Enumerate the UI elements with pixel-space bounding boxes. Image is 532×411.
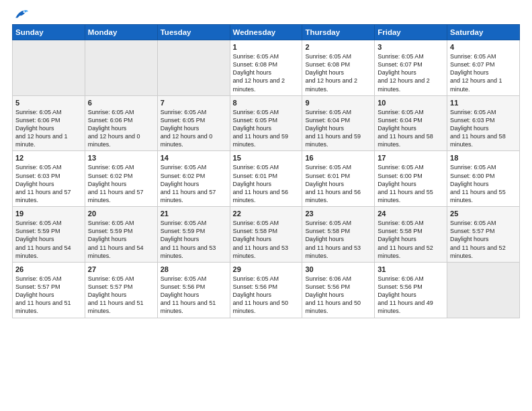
calendar-cell: 27Sunrise: 6:05 AMSunset: 5:57 PMDayligh… [85,262,157,318]
day-info: Sunrise: 6:06 AMSunset: 5:56 PMDaylight … [305,275,371,316]
day-info: Sunrise: 6:05 AMSunset: 5:58 PMDaylight … [233,219,300,260]
weekday-header-friday: Friday [375,25,447,40]
day-info: Sunrise: 6:05 AMSunset: 6:07 PMDaylight … [450,52,517,93]
day-number: 12 [15,154,82,162]
day-number: 18 [450,154,517,162]
day-number: 8 [233,99,300,107]
day-info: Sunrise: 6:05 AMSunset: 5:57 PMDaylight … [450,219,517,260]
day-info: Sunrise: 6:05 AMSunset: 6:07 PMDaylight … [378,52,444,93]
calendar-cell: 10Sunrise: 6:05 AMSunset: 6:04 PMDayligh… [375,95,447,151]
calendar-cell: 1Sunrise: 6:05 AMSunset: 6:08 PMDaylight… [230,40,302,96]
day-info: Sunrise: 6:05 AMSunset: 6:05 PMDaylight … [161,108,227,149]
day-number: 5 [15,99,82,107]
calendar-week-row: 12Sunrise: 6:05 AMSunset: 6:03 PMDayligh… [13,151,520,207]
calendar-cell: 26Sunrise: 6:05 AMSunset: 5:57 PMDayligh… [13,262,85,318]
day-number: 24 [378,210,444,218]
day-info: Sunrise: 6:05 AMSunset: 5:59 PMDaylight … [161,219,227,260]
day-info: Sunrise: 6:05 AMSunset: 6:01 PMDaylight … [233,163,300,204]
header [12,7,520,20]
day-info: Sunrise: 6:05 AMSunset: 6:00 PMDaylight … [378,163,444,204]
calendar-cell: 11Sunrise: 6:05 AMSunset: 6:03 PMDayligh… [447,95,520,151]
day-number: 26 [15,265,82,273]
day-info: Sunrise: 6:05 AMSunset: 6:02 PMDaylight … [161,163,227,204]
day-info: Sunrise: 6:05 AMSunset: 5:58 PMDaylight … [305,219,371,260]
weekday-header-row: SundayMondayTuesdayWednesdayThursdayFrid… [13,25,520,40]
calendar-cell: 13Sunrise: 6:05 AMSunset: 6:02 PMDayligh… [85,151,157,207]
calendar-cell: 18Sunrise: 6:05 AMSunset: 6:00 PMDayligh… [447,151,520,207]
calendar-week-row: 1Sunrise: 6:05 AMSunset: 6:08 PMDaylight… [13,40,520,96]
calendar-week-row: 26Sunrise: 6:05 AMSunset: 5:57 PMDayligh… [13,262,520,318]
day-info: Sunrise: 6:05 AMSunset: 5:59 PMDaylight … [88,219,154,260]
day-info: Sunrise: 6:05 AMSunset: 5:58 PMDaylight … [378,219,444,260]
day-info: Sunrise: 6:06 AMSunset: 5:56 PMDaylight … [378,275,444,316]
logo-bird-icon [13,8,28,20]
calendar-cell [13,40,85,96]
weekday-header-monday: Monday [85,25,157,40]
calendar-cell: 14Sunrise: 6:05 AMSunset: 6:02 PMDayligh… [157,151,230,207]
calendar-cell: 19Sunrise: 6:05 AMSunset: 5:59 PMDayligh… [13,207,85,263]
calendar-cell: 9Sunrise: 6:05 AMSunset: 6:04 PMDaylight… [302,95,375,151]
weekday-header-saturday: Saturday [447,25,520,40]
day-info: Sunrise: 6:05 AMSunset: 6:06 PMDaylight … [88,108,154,149]
calendar-cell [157,40,230,96]
day-info: Sunrise: 6:05 AMSunset: 5:56 PMDaylight … [233,275,300,316]
day-number: 23 [305,210,371,218]
calendar-cell [447,262,520,318]
calendar-table: SundayMondayTuesdayWednesdayThursdayFrid… [12,24,520,318]
day-number: 7 [161,99,227,107]
calendar-cell: 20Sunrise: 6:05 AMSunset: 5:59 PMDayligh… [85,207,157,263]
calendar-cell: 8Sunrise: 6:05 AMSunset: 6:05 PMDaylight… [230,95,302,151]
calendar-cell: 17Sunrise: 6:05 AMSunset: 6:00 PMDayligh… [375,151,447,207]
day-number: 17 [378,154,444,162]
weekday-header-tuesday: Tuesday [157,25,230,40]
day-info: Sunrise: 6:05 AMSunset: 6:03 PMDaylight … [15,163,82,204]
calendar-cell: 31Sunrise: 6:06 AMSunset: 5:56 PMDayligh… [375,262,447,318]
calendar-cell: 25Sunrise: 6:05 AMSunset: 5:57 PMDayligh… [447,207,520,263]
day-number: 3 [378,43,444,51]
day-info: Sunrise: 6:05 AMSunset: 6:04 PMDaylight … [305,108,371,149]
calendar-week-row: 5Sunrise: 6:05 AMSunset: 6:06 PMDaylight… [13,95,520,151]
weekday-header-wednesday: Wednesday [230,25,302,40]
calendar-cell: 24Sunrise: 6:05 AMSunset: 5:58 PMDayligh… [375,207,447,263]
day-number: 14 [161,154,227,162]
day-info: Sunrise: 6:05 AMSunset: 5:57 PMDaylight … [88,275,154,316]
day-info: Sunrise: 6:05 AMSunset: 5:57 PMDaylight … [15,275,82,316]
day-number: 31 [378,265,444,273]
day-number: 19 [15,210,82,218]
calendar-cell: 4Sunrise: 6:05 AMSunset: 6:07 PMDaylight… [447,40,520,96]
day-number: 9 [305,99,371,107]
day-info: Sunrise: 6:05 AMSunset: 6:05 PMDaylight … [233,108,300,149]
day-number: 30 [305,265,371,273]
calendar-cell: 12Sunrise: 6:05 AMSunset: 6:03 PMDayligh… [13,151,85,207]
calendar-cell: 15Sunrise: 6:05 AMSunset: 6:01 PMDayligh… [230,151,302,207]
day-number: 20 [88,210,154,218]
day-number: 15 [233,154,300,162]
day-info: Sunrise: 6:05 AMSunset: 6:03 PMDaylight … [450,108,517,149]
day-info: Sunrise: 6:05 AMSunset: 6:06 PMDaylight … [15,108,82,149]
calendar-cell: 16Sunrise: 6:05 AMSunset: 6:01 PMDayligh… [302,151,375,207]
day-number: 16 [305,154,371,162]
day-number: 2 [305,43,371,51]
day-number: 6 [88,99,154,107]
weekday-header-thursday: Thursday [302,25,375,40]
day-number: 22 [233,210,300,218]
day-info: Sunrise: 6:05 AMSunset: 6:01 PMDaylight … [305,163,371,204]
day-info: Sunrise: 6:05 AMSunset: 6:04 PMDaylight … [378,108,444,149]
calendar-cell: 23Sunrise: 6:05 AMSunset: 5:58 PMDayligh… [302,207,375,263]
day-number: 28 [161,265,227,273]
calendar-cell: 28Sunrise: 6:05 AMSunset: 5:56 PMDayligh… [157,262,230,318]
day-number: 11 [450,99,517,107]
day-info: Sunrise: 6:05 AMSunset: 6:02 PMDaylight … [88,163,154,204]
day-info: Sunrise: 6:05 AMSunset: 6:08 PMDaylight … [305,52,371,93]
day-info: Sunrise: 6:05 AMSunset: 6:00 PMDaylight … [450,163,517,204]
calendar-cell: 22Sunrise: 6:05 AMSunset: 5:58 PMDayligh… [230,207,302,263]
calendar-cell: 6Sunrise: 6:05 AMSunset: 6:06 PMDaylight… [85,95,157,151]
calendar-cell: 21Sunrise: 6:05 AMSunset: 5:59 PMDayligh… [157,207,230,263]
day-info: Sunrise: 6:05 AMSunset: 5:56 PMDaylight … [161,275,227,316]
day-number: 10 [378,99,444,107]
day-number: 21 [161,210,227,218]
day-number: 27 [88,265,154,273]
calendar-cell: 29Sunrise: 6:05 AMSunset: 5:56 PMDayligh… [230,262,302,318]
day-number: 13 [88,154,154,162]
day-number: 25 [450,210,517,218]
